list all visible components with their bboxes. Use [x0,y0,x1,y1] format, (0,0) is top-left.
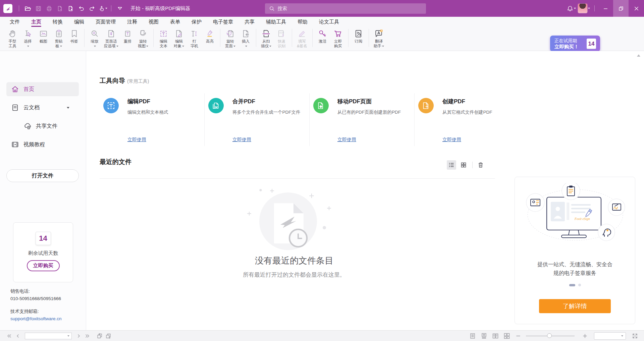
menu-item-论文工具[interactable]: 论文工具 [313,17,345,27]
menu-item-表单[interactable]: 表单 [164,17,186,27]
continuous-view-button[interactable] [480,332,488,340]
ribbon-button-hand-tool[interactable]: 手型工具 [5,27,20,48]
collapse-ribbon-button[interactable] [114,3,125,14]
delete-pages-icon-button[interactable] [54,3,65,14]
scrollbar-up-arrow[interactable] [637,54,640,57]
facing-view-button[interactable] [491,332,500,340]
zoom-slider-thumb[interactable] [547,333,552,338]
learn-more-button[interactable]: 了解详情 [539,299,611,313]
ribbon-button-page-fit[interactable]: 页面适应选项 [102,27,120,48]
notifications-button[interactable] [566,3,577,14]
grid-view-button[interactable] [459,160,468,170]
carousel-dot[interactable] [578,284,581,286]
zoom-in-button[interactable] [581,332,589,340]
use-now-link[interactable]: 立即使用 [337,137,356,143]
ribbon-button-zoom[interactable]: 缩放 [87,27,102,48]
menu-item-帮助[interactable]: 帮助 [292,17,313,27]
search-icon [269,6,275,11]
buy-now-button[interactable]: 立即购买 [27,260,60,271]
ribbon-button-insert-pages[interactable]: 插入 [238,27,254,48]
ribbon-button-translate[interactable]: 翻译助手 [371,27,387,48]
clear-recent-button[interactable] [476,160,485,170]
carousel-dot-active[interactable] [569,284,575,286]
ribbon-button-edit-text[interactable]: 编辑文本 [156,27,171,48]
menu-item-文件[interactable]: 文件 [4,17,25,27]
menu-item-编辑[interactable]: 编辑 [68,17,90,27]
ribbon-button-clipboard[interactable]: 剪贴板 [51,27,66,48]
ribbon-button-cart[interactable]: 立即购买 [330,27,346,48]
next-page-button[interactable] [74,332,83,340]
menu-item-保护[interactable]: 保护 [186,17,207,27]
save-icon-button[interactable] [33,3,44,14]
ribbon-button-ocr[interactable]: OCR快速识别 [274,27,289,48]
facing-continuous-view-button[interactable] [502,332,511,340]
trial-days-caption: 剩余试用天数 [28,250,58,257]
menu-item-页面管理[interactable]: 页面管理 [90,17,121,27]
use-now-link[interactable]: 立即使用 [127,137,146,143]
zoom-out-button[interactable] [514,332,523,340]
ribbon-button-reflow[interactable]: 重排 [120,27,136,44]
menu-item-电子签章[interactable]: 电子签章 [207,17,239,27]
ribbon-button-typewriter[interactable]: 打字机 [187,27,202,48]
dropdown-caret-icon [382,46,384,47]
undo-button[interactable] [76,3,87,14]
use-now-link[interactable]: 立即使用 [442,137,461,143]
translate-icon [374,28,384,39]
zoom-slider[interactable] [526,336,575,336]
sidebar-item-video-tutorial[interactable]: 视频教程 [6,137,79,152]
use-now-link[interactable]: 立即使用 [232,137,251,143]
search-box[interactable]: 搜索 [265,3,426,14]
fullscreen-button[interactable] [631,332,639,340]
account-button[interactable] [577,3,591,14]
ribbon-button-fill-sign[interactable]: 填写&签名 [294,27,310,48]
trial-badge-button[interactable]: 正在试用期 立即购买！ 14 [550,36,600,52]
support-email-link[interactable]: support@foxitsoftware.cn [10,316,62,321]
list-view-button[interactable] [447,160,456,170]
menu-item-视图[interactable]: 视图 [143,17,164,27]
zoom-icon [90,28,100,39]
sidebar-item-cloud-doc[interactable]: 云文档 [6,101,79,115]
first-page-button[interactable] [5,332,13,340]
ribbon-button-bookmark[interactable]: 书签 [66,27,82,44]
open-file-button[interactable]: 打开文件 [6,169,79,182]
single-page-view-button[interactable] [468,332,477,340]
ribbon-button-edit-object[interactable]: 编辑对象 [171,27,187,48]
touch-mode-button[interactable] [97,3,108,14]
menu-item-辅助工具[interactable]: 辅助工具 [260,17,292,27]
tools-section-subtitle: (常用工具) [127,78,149,84]
scanner-icon [261,28,271,39]
print-icon-button[interactable] [44,3,54,14]
menu-item-转换[interactable]: 转换 [47,17,68,27]
card-description: 编辑文档和文本格式 [127,109,198,115]
previous-page-button[interactable] [13,332,22,340]
previous-view-button[interactable] [95,332,104,340]
last-page-button[interactable] [83,332,92,340]
list-view-icon [448,162,455,168]
menu-item-主页[interactable]: 主页 [25,17,47,27]
menu-item-共享[interactable]: 共享 [239,17,260,27]
ribbon-button-subscribe[interactable]: 订阅 [351,27,366,44]
ribbon-button-rotate-view[interactable]: 旋转视图 [136,27,151,48]
page-number-input[interactable] [25,333,72,339]
sidebar-item-shared-files[interactable]: 共享文件 [6,119,79,133]
open-file-icon-button[interactable] [22,3,33,14]
minimize-button[interactable] [598,0,613,17]
restore-button[interactable] [613,0,629,17]
redo-button[interactable] [87,3,97,14]
next-view-button[interactable] [104,332,113,340]
zoom-level-select[interactable] [594,332,626,340]
ribbon-button-rotate-pages[interactable]: 旋转页面 [223,27,238,48]
add-pages-icon-button[interactable] [65,3,76,14]
close-button[interactable] [629,0,644,17]
bell-icon [567,5,573,12]
ribbon-button-scanner[interactable]: 从扫描仪 [259,27,274,48]
dropdown-caret-icon [233,46,235,47]
ribbon-button-select-tool[interactable]: 选择 [20,27,36,48]
sidebar-item-home[interactable]: 首页 [6,82,79,96]
contact-info: 销售电话: 010-50951668/50951666 技术支持邮箱: supp… [10,288,62,328]
expand-caret-icon[interactable] [67,107,69,109]
ribbon-button-highlight[interactable]: 高亮 [202,27,218,44]
ribbon-button-snapshot[interactable]: 截图 [36,27,51,44]
menu-item-注释[interactable]: 注释 [121,17,143,27]
ribbon-button-activate[interactable]: 激活 [315,27,330,44]
